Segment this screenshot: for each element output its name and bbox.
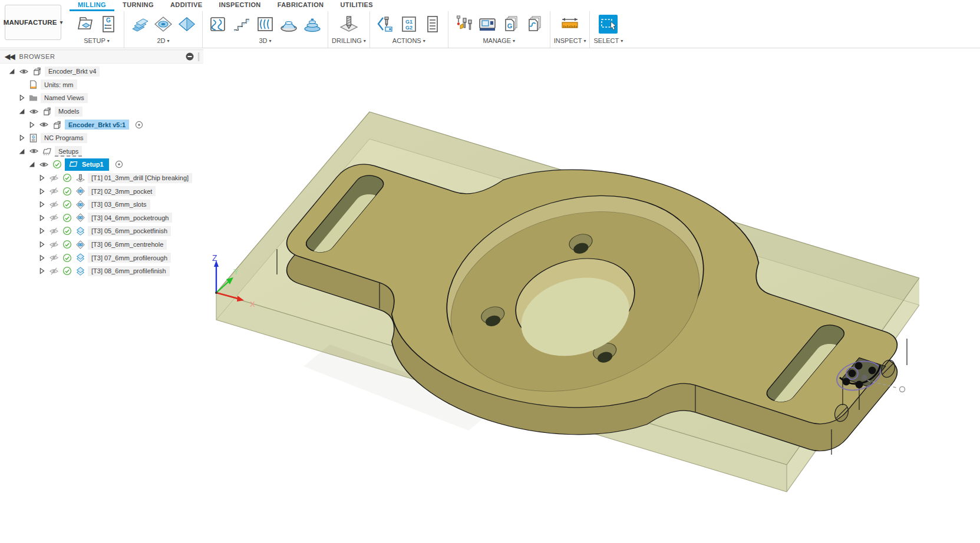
expander-expanded-icon[interactable] — [7, 67, 17, 76]
measure-icon[interactable] — [558, 12, 582, 36]
visibility-off-icon[interactable] — [47, 186, 61, 197]
nc-program-icon[interactable]: G — [97, 12, 120, 36]
expander-collapsed-icon[interactable] — [17, 133, 27, 143]
toolbar-group-label-2d[interactable]: 2D▾ — [157, 37, 169, 46]
row-label[interactable]: Encoder_Brkt v5:1 — [65, 120, 129, 130]
visibility-on-icon[interactable] — [17, 66, 31, 77]
row-label[interactable]: [T3] 04_6mm_pocketrough — [88, 213, 172, 223]
row-label[interactable]: Encoder_Brkt v4 — [45, 67, 100, 77]
face-icon[interactable] — [175, 12, 199, 36]
expander-collapsed-icon[interactable] — [37, 187, 47, 196]
expander-expanded-icon[interactable] — [17, 147, 27, 156]
visibility-on-icon[interactable] — [37, 159, 51, 170]
row-label[interactable]: [T2] 02_3mm_pocket — [88, 186, 156, 196]
activate-target-icon[interactable] — [113, 159, 125, 170]
expander-collapsed-icon[interactable] — [37, 253, 47, 263]
row-label[interactable]: [T1] 01_3mm_drill [Chip breaking] — [88, 173, 192, 183]
tab-utilities[interactable]: UTILITIES — [332, 0, 381, 11]
machine-library-icon[interactable] — [476, 12, 499, 36]
expander-collapsed-icon[interactable] — [37, 200, 47, 209]
row-label[interactable]: [T3] 07_6mm_profilerough — [88, 253, 171, 263]
leader-handle[interactable] — [900, 387, 905, 392]
row-label[interactable]: [T3] 03_6mm_slots — [88, 200, 150, 210]
generated-ok-icon[interactable] — [61, 253, 74, 263]
template-library-icon[interactable] — [523, 12, 546, 36]
expander-collapsed-icon[interactable] — [27, 120, 37, 130]
expander-expanded-icon[interactable] — [27, 160, 37, 169]
toolbar-group-label-select[interactable]: SELECT▾ — [593, 37, 623, 46]
expander-collapsed-icon[interactable] — [17, 93, 27, 102]
panel-resize-grip[interactable] — [198, 52, 200, 61]
visibility-off-icon[interactable] — [47, 173, 61, 183]
tab-milling[interactable]: MILLING — [70, 0, 114, 11]
generated-ok-icon[interactable] — [61, 266, 74, 276]
sketch-point[interactable] — [862, 375, 867, 380]
sketch-point[interactable] — [855, 362, 863, 370]
row-label[interactable]: Named Views — [41, 93, 88, 103]
hide-all-icon[interactable] — [185, 52, 194, 61]
visibility-off-icon[interactable] — [47, 266, 61, 276]
generated-ok-icon[interactable] — [61, 226, 74, 236]
setup-sheet-icon[interactable] — [421, 12, 444, 36]
visibility-off-icon[interactable] — [47, 253, 61, 263]
setup-icon[interactable] — [73, 12, 97, 36]
drill-icon[interactable] — [337, 12, 361, 36]
row-label[interactable]: [T3] 06_6mm_centrehole — [88, 240, 167, 250]
tool-library-icon[interactable] — [452, 12, 476, 36]
horizontal-icon[interactable] — [277, 12, 301, 36]
visibility-off-icon[interactable] — [47, 199, 61, 210]
toolbar-group-label-inspect[interactable]: INSPECT▾ — [554, 37, 586, 46]
selected-setup-label[interactable]: Setup1 — [65, 158, 109, 171]
visibility-off-icon[interactable] — [47, 226, 61, 236]
toolbar-group-label-3d[interactable]: 3D▾ — [259, 37, 271, 46]
tab-inspection[interactable]: INSPECTION — [210, 0, 269, 11]
visibility-on-icon[interactable] — [27, 106, 41, 117]
toolbar-group-label-manage[interactable]: MANAGE▾ — [483, 37, 515, 46]
sketch-point[interactable] — [869, 367, 876, 375]
visibility-off-icon[interactable] — [47, 213, 61, 223]
select-icon[interactable] — [596, 12, 620, 36]
row-label[interactable]: [T3] 05_6mm_pocketfinish — [88, 226, 171, 236]
post-library-icon[interactable]: G — [499, 12, 523, 36]
workspace-selector-button[interactable]: MANUFACTURE ▾ — [5, 5, 61, 40]
expander-collapsed-icon[interactable] — [37, 266, 47, 276]
generated-ok-icon[interactable] — [61, 239, 74, 250]
tab-turning[interactable]: TURNING — [114, 0, 162, 11]
generated-ok-icon[interactable] — [61, 186, 74, 197]
visibility-off-icon[interactable] — [47, 239, 61, 250]
tab-additive[interactable]: ADDITIVE — [162, 0, 211, 11]
row-label[interactable]: Units: mm — [41, 80, 77, 90]
expander-collapsed-icon[interactable] — [37, 173, 47, 183]
expander-collapsed-icon[interactable] — [37, 213, 47, 223]
generated-ok-icon[interactable] — [61, 173, 74, 183]
ramp-icon[interactable] — [301, 12, 324, 36]
toolbar-group-label-actions[interactable]: ACTIONS▾ — [392, 37, 425, 46]
adaptive2d-icon[interactable] — [128, 12, 151, 36]
generated-ok-icon[interactable] — [51, 159, 64, 170]
pocket2d-icon[interactable] — [151, 12, 175, 36]
visibility-on-icon[interactable] — [27, 146, 41, 157]
row-label[interactable]: [T3] 08_6mm_profilefinish — [88, 266, 170, 276]
generated-ok-icon[interactable] — [61, 199, 74, 210]
row-label[interactable]: Setups — [55, 146, 82, 157]
row-label[interactable]: NC Programs — [41, 133, 87, 143]
toolbar-group-label-setup[interactable]: SETUP▾ — [84, 37, 110, 46]
contour3d-icon[interactable] — [253, 12, 277, 36]
steep-shallow-icon[interactable] — [230, 12, 253, 36]
post-process-icon[interactable]: G1G2 — [397, 12, 421, 36]
tab-fabrication[interactable]: FABRICATION — [269, 0, 332, 11]
collapse-panel-icon[interactable]: ◀◀ — [2, 52, 17, 61]
sketch-point[interactable] — [849, 370, 856, 378]
simulate-icon[interactable] — [374, 12, 397, 36]
adaptive3d-icon[interactable] — [206, 12, 230, 36]
sketch-point[interactable] — [856, 381, 863, 389]
expander-collapsed-icon[interactable] — [37, 226, 47, 236]
generated-ok-icon[interactable] — [61, 213, 74, 223]
expander-expanded-icon[interactable] — [17, 107, 27, 116]
expander-collapsed-icon[interactable] — [37, 240, 47, 249]
activate-target-icon[interactable] — [133, 120, 145, 130]
toolbar-group-label-drilling[interactable]: DRILLING▾ — [332, 37, 366, 46]
visibility-on-icon[interactable] — [37, 120, 51, 130]
row-label[interactable]: Models — [55, 107, 83, 117]
sketch-point[interactable] — [843, 378, 850, 386]
